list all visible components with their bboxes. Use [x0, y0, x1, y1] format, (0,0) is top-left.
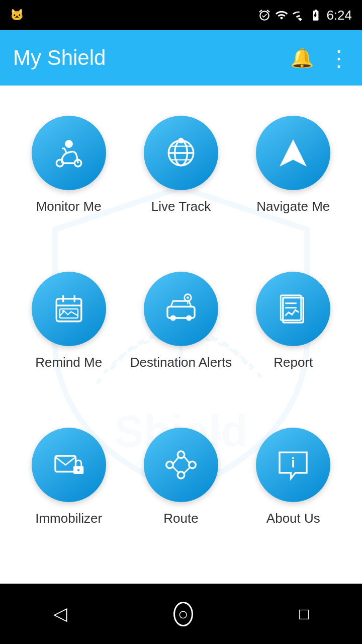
immobilizer-label: Immobilizer: [35, 510, 102, 527]
time-display: 6:24: [326, 8, 352, 23]
svg-point-2: [65, 140, 73, 148]
live-track-label: Live Track: [151, 198, 211, 215]
immobilizer-button[interactable]: [32, 428, 106, 502]
route-button[interactable]: [144, 428, 218, 502]
battery-icon: [309, 9, 322, 22]
navigate-me-item[interactable]: Navigate Me: [240, 116, 347, 252]
app-bar-actions: 🔔 ⋮: [290, 45, 349, 71]
destination-icon: [163, 291, 199, 327]
menu-grid: Monitor Me Live Track: [0, 86, 362, 584]
scooter-icon: [51, 135, 87, 171]
alarm-icon: [258, 9, 271, 22]
svg-point-20: [186, 315, 192, 320]
route-item[interactable]: Route: [127, 428, 234, 564]
status-right: 6:24: [258, 8, 352, 23]
recent-apps-button[interactable]: □: [299, 605, 309, 623]
remind-me-item[interactable]: Remind Me: [15, 272, 122, 408]
svg-line-37: [185, 467, 190, 473]
navigate-me-label: Navigate Me: [256, 198, 330, 215]
destination-alerts-label: Destination Alerts: [130, 354, 232, 371]
svg-marker-11: [280, 139, 307, 167]
status-bar: 🐱 6:24: [0, 0, 362, 30]
immobilizer-item[interactable]: Immobilizer: [15, 428, 122, 564]
about-us-item[interactable]: i About Us: [240, 428, 347, 564]
live-track-button[interactable]: [144, 116, 218, 190]
route-label: Route: [163, 510, 198, 527]
svg-rect-27: [55, 456, 76, 472]
more-options-icon[interactable]: ⋮: [328, 45, 349, 71]
email-lock-icon: [51, 447, 87, 483]
globe-location-icon: [163, 135, 199, 171]
report-label: Report: [274, 354, 313, 371]
route-icon: [163, 447, 199, 483]
about-us-button[interactable]: i: [256, 428, 330, 502]
bottom-navigation: ◁ ○ □: [0, 584, 362, 644]
back-button[interactable]: ◁: [53, 603, 67, 624]
svg-line-36: [173, 467, 178, 473]
svg-line-34: [173, 457, 178, 464]
svg-line-35: [185, 457, 190, 464]
svg-point-22: [187, 296, 189, 299]
monitor-me-button[interactable]: [32, 116, 106, 190]
svg-text:i: i: [292, 455, 296, 470]
destination-alerts-item[interactable]: Destination Alerts: [127, 272, 234, 408]
remind-me-label: Remind Me: [35, 354, 102, 371]
navigation-arrow-icon: [275, 135, 311, 171]
monitor-me-item[interactable]: Monitor Me: [15, 116, 122, 252]
report-icon: [275, 291, 311, 327]
app-title: My Shield: [13, 46, 106, 70]
svg-point-29: [77, 469, 80, 471]
calendar-icon: [51, 291, 87, 327]
destination-alerts-button[interactable]: [144, 272, 218, 346]
status-left: 🐱: [10, 9, 26, 22]
report-item[interactable]: Report: [240, 272, 347, 408]
info-badge-icon: i: [275, 447, 311, 483]
live-track-item[interactable]: Live Track: [127, 116, 234, 252]
notification-bell-icon[interactable]: 🔔: [290, 47, 314, 69]
report-button[interactable]: [256, 272, 330, 346]
main-content: Shield Monitor Me: [0, 86, 362, 584]
navigate-me-button[interactable]: [256, 116, 330, 190]
home-button[interactable]: ○: [173, 602, 193, 626]
cat-icon: 🐱: [10, 9, 24, 22]
svg-point-3: [56, 160, 63, 167]
about-us-label: About Us: [266, 510, 320, 527]
wifi-icon: [275, 9, 288, 22]
svg-point-19: [170, 315, 176, 320]
remind-me-button[interactable]: [32, 272, 106, 346]
app-bar: My Shield 🔔 ⋮: [0, 30, 362, 86]
svg-rect-23: [283, 298, 304, 323]
svg-point-17: [62, 310, 64, 312]
monitor-me-label: Monitor Me: [36, 198, 102, 215]
signal-icon: [292, 9, 305, 22]
svg-point-30: [166, 461, 173, 468]
